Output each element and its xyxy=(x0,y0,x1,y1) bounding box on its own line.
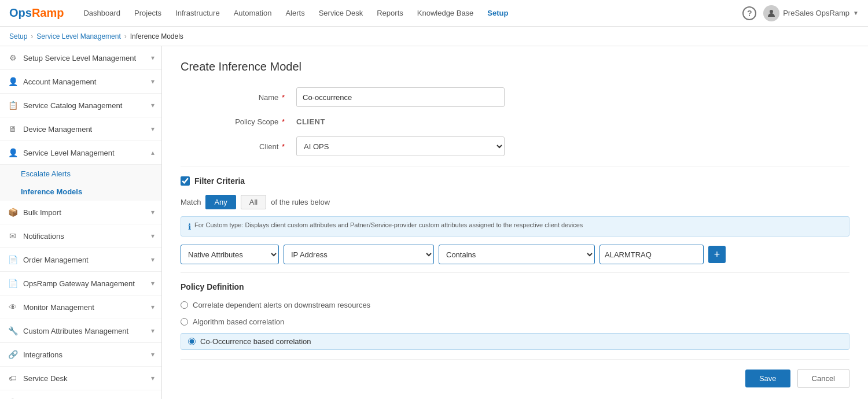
setup-slm-icon: ⚙ xyxy=(7,52,19,64)
name-input[interactable] xyxy=(296,87,505,107)
sidebar-label-integrations: Integrations xyxy=(23,350,151,359)
name-label: Name * xyxy=(181,93,296,102)
policy-scope-row: Policy Scope * CLIENT xyxy=(181,117,849,126)
policy-radio-correlate[interactable] xyxy=(181,301,188,309)
breadcrumb-slm[interactable]: Service Level Management xyxy=(36,32,120,40)
service-desk-icon: 🏷 xyxy=(7,372,19,384)
chevron-icon-9: ▾ xyxy=(151,303,155,311)
policy-option-algorithm[interactable]: Algorithm based correlation xyxy=(181,316,849,327)
sidebar-label-account: Account Management xyxy=(23,77,151,86)
nav-items: Dashboard Projects Infrastructure Automa… xyxy=(78,5,742,21)
policy-scope-label: Policy Scope * xyxy=(181,117,296,126)
client-label: Client * xyxy=(181,142,296,151)
gateway-icon: 📄 xyxy=(7,278,19,289)
attribute-type-select[interactable]: Native Attributes Custom Attributes xyxy=(181,245,279,264)
nav-dashboard[interactable]: Dashboard xyxy=(78,5,126,21)
field-select[interactable]: IP Address Hostname OS xyxy=(284,245,434,264)
sidebar-item-bulk[interactable]: 📦 Bulk Import ▾ xyxy=(0,201,161,224)
sidebar-item-service-desk[interactable]: 🏷 Service Desk ▾ xyxy=(0,367,161,390)
name-required: * xyxy=(282,93,285,102)
chevron-icon-3: ▾ xyxy=(151,125,155,133)
filter-value-input[interactable] xyxy=(599,245,704,264)
nav-knowledge-base[interactable]: Knowledge Base xyxy=(411,5,480,21)
filter-info-text: For Custom type: Displays client custom … xyxy=(194,221,583,228)
sidebar-item-account[interactable]: 👤 Account Management ▾ xyxy=(0,70,161,94)
name-row: Name * xyxy=(181,87,849,107)
condition-select[interactable]: Contains Equals Not Equals Starts With xyxy=(439,245,595,264)
nav-projects[interactable]: Projects xyxy=(128,5,167,21)
chevron-icon-1: ▾ xyxy=(151,77,155,86)
sidebar: ⚙ Setup Service Level Management ▾ 👤 Acc… xyxy=(0,46,162,399)
sidebar-item-device[interactable]: 🖥 Device Management ▾ xyxy=(0,117,161,141)
sidebar-item-monitor[interactable]: 👁 Monitor Management ▾ xyxy=(0,295,161,319)
sidebar-label-service-desk: Service Desk xyxy=(23,374,151,383)
cancel-button[interactable]: Cancel xyxy=(797,369,849,388)
nav-setup[interactable]: Setup xyxy=(481,5,514,21)
sidebar-item-notifications[interactable]: ✉ Notifications ▾ xyxy=(0,224,161,248)
match-any-button[interactable]: Any xyxy=(205,195,236,209)
filter-info-box: ℹ For Custom type: Displays client custo… xyxy=(181,216,849,237)
bulk-icon: 📦 xyxy=(7,206,19,218)
sidebar-label-order: Order Management xyxy=(23,256,151,264)
main-content: Create Inference Model Name * Policy Sco… xyxy=(162,46,868,399)
nav-right: ? PreSales OpsRamp ▼ xyxy=(742,5,859,21)
chevron-icon-12: ▾ xyxy=(151,374,155,382)
chevron-icon-5: ▾ xyxy=(151,208,155,216)
logo-text: OpsRamp xyxy=(9,6,64,20)
integrations-icon: 🔗 xyxy=(7,349,19,360)
client-row: Client * AI OPS xyxy=(181,136,849,156)
chevron-icon-7: ▾ xyxy=(151,256,155,264)
sidebar-sub-inference-models[interactable]: Inference Models xyxy=(0,183,161,201)
page-title: Create Inference Model xyxy=(181,60,849,73)
match-label: Match xyxy=(181,198,201,206)
policy-scope-required: * xyxy=(282,117,285,126)
name-field xyxy=(296,87,849,107)
policy-radio-algorithm[interactable] xyxy=(181,318,188,326)
policy-option-correlate[interactable]: Correlate dependent alerts on downstream… xyxy=(181,300,849,311)
sidebar-item-order[interactable]: 📄 Order Management ▾ xyxy=(0,248,161,272)
filter-criteria-title: Filter Criteria xyxy=(194,176,245,186)
downloads-icon: ⬇ xyxy=(7,396,19,399)
nav-alerts[interactable]: Alerts xyxy=(279,5,310,21)
chevron-icon-11: ▾ xyxy=(151,350,155,359)
device-icon: 🖥 xyxy=(7,123,19,135)
sidebar-item-custom-attr[interactable]: 🔧 Custom Attributes Management ▾ xyxy=(0,319,161,343)
nav-automation[interactable]: Automation xyxy=(228,5,278,21)
sidebar-label-catalog: Service Catalog Management xyxy=(23,101,151,110)
filter-criteria-header: Filter Criteria xyxy=(181,167,849,186)
sidebar-item-catalog[interactable]: 📋 Service Catalog Management ▾ xyxy=(0,94,161,117)
policy-option-cooccurrence[interactable]: Co-Occurrence based correlation xyxy=(181,333,849,350)
chevron-icon-6: ▾ xyxy=(151,232,155,240)
save-button[interactable]: Save xyxy=(745,370,790,387)
help-icon[interactable]: ? xyxy=(742,6,756,20)
client-select[interactable]: AI OPS xyxy=(296,136,505,156)
sidebar-sub-escalate-alerts[interactable]: Escalate Alerts xyxy=(0,165,161,183)
catalog-icon: 📋 xyxy=(7,99,19,111)
policy-radio-cooccurrence[interactable] xyxy=(188,338,196,345)
sidebar-item-setup-slm[interactable]: ⚙ Setup Service Level Management ▾ xyxy=(0,46,161,70)
nav-service-desk[interactable]: Service Desk xyxy=(313,5,369,21)
sidebar-label-gateway: OpsRamp Gateway Management xyxy=(23,279,151,288)
notifications-icon: ✉ xyxy=(7,230,19,242)
user-menu[interactable]: PreSales OpsRamp ▼ xyxy=(763,5,859,21)
sidebar-item-integrations[interactable]: 🔗 Integrations ▾ xyxy=(0,343,161,367)
sidebar-label-slm: Service Level Management xyxy=(23,149,151,157)
sidebar-label-device: Device Management xyxy=(23,125,151,134)
sidebar-item-gateway[interactable]: 📄 OpsRamp Gateway Management ▾ xyxy=(0,272,161,295)
nav-logo: OpsRamp xyxy=(9,6,64,20)
chevron-icon-8: ▾ xyxy=(151,279,155,287)
info-icon: ℹ xyxy=(188,222,191,231)
breadcrumb: Setup › Service Level Management › Infer… xyxy=(0,27,868,46)
nav-infrastructure[interactable]: Infrastructure xyxy=(170,5,226,21)
sidebar-item-slm[interactable]: 👤 Service Level Management ▴ xyxy=(0,141,161,165)
sidebar-item-downloads[interactable]: ⬇ Downloads ▾ xyxy=(0,390,161,399)
match-all-button[interactable]: All xyxy=(241,195,266,209)
breadcrumb-setup[interactable]: Setup xyxy=(9,32,27,40)
chevron-icon-10: ▾ xyxy=(151,327,155,335)
nav-reports[interactable]: Reports xyxy=(371,5,409,21)
top-nav: OpsRamp Dashboard Projects Infrastructur… xyxy=(0,0,868,27)
filter-criteria-checkbox[interactable] xyxy=(181,176,190,186)
sidebar-label-bulk: Bulk Import xyxy=(23,208,151,217)
bottom-actions: Save Cancel xyxy=(181,359,849,397)
add-filter-button[interactable]: + xyxy=(708,246,726,263)
